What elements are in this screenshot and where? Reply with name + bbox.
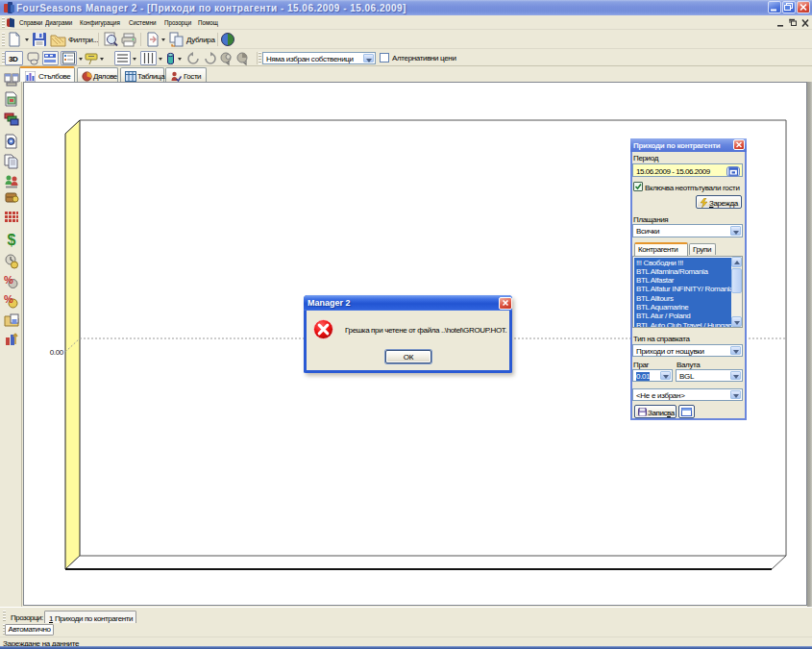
svg-text:%: % — [4, 293, 13, 305]
svg-text:%: % — [4, 274, 13, 286]
svg-text:0.00: 0.00 — [50, 348, 64, 357]
